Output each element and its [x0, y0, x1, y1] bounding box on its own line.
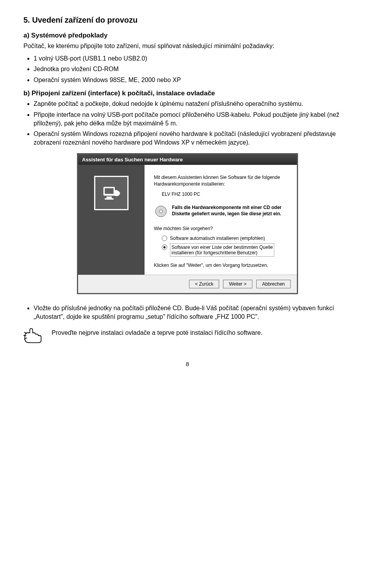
cd-icon [154, 204, 168, 218]
wizard-sidebar [78, 165, 145, 275]
list-item: Jednotka pro vložení CD-ROM [34, 65, 352, 73]
pointing-hand-icon [23, 326, 46, 345]
install-note: Proveďte nejprve instalaci ovladače a te… [52, 329, 262, 337]
list-item: Operační systém Windows rozezná připojen… [34, 130, 352, 147]
list-item: Operační systém Windows 98SE, ME, 2000 n… [34, 76, 352, 84]
sub-b-list: Zapněte počítač a počkejte, dokud nedojd… [23, 100, 352, 147]
wizard-cd-hint: Falls die Hardwarekomponente mit einer C… [172, 204, 288, 217]
wizard-intro: Mit diesem Assistenten können Sie Softwa… [154, 174, 288, 187]
list-item: 1 volný USB-port (USB1.1 nebo USB2.0) [34, 54, 352, 63]
next-button[interactable]: Weiter > [223, 280, 252, 288]
list-item: Připojte interface na volný USB-port poč… [34, 111, 352, 127]
wizard-radio-auto[interactable]: Software automatisch installieren (empfo… [162, 236, 288, 241]
sub-a-heading: a) Systémové předpoklady [23, 32, 352, 39]
wizard-titlebar: Assistent für das Suchen neuer Hardware [78, 154, 297, 165]
svg-rect-1 [105, 188, 114, 194]
wizard-opt2-line1: Software von einer Liste oder bestimmten… [171, 245, 273, 250]
wizard-device-name: ELV FHZ 1000 PC [162, 191, 288, 197]
radio-icon [162, 236, 167, 241]
sub-a-list: 1 volný USB-port (USB1.1 nebo USB2.0) Je… [23, 54, 352, 84]
svg-rect-2 [107, 197, 112, 198]
hardware-wizard-icon [94, 176, 129, 210]
wizard-opt1-label: Software automatisch installieren (empfo… [170, 236, 265, 241]
wizard-continue: Klicken Sie auf "Weiter", um den Vorgang… [154, 262, 288, 268]
wizard-opt2-line2: installieren (für fortgeschrittene Benut… [171, 250, 257, 256]
section-title: 5. Uvedení zařízení do provozu [23, 16, 352, 25]
list-item: Zapněte počítač a počkejte, dokud nedojd… [34, 100, 352, 108]
svg-point-5 [159, 210, 162, 213]
wizard-question: Wie möchten Sie vorgehen? [154, 225, 288, 232]
sub-b-list-2: Vložte do příslušné jednotky na počítači… [23, 304, 352, 321]
svg-rect-3 [105, 198, 114, 200]
page-number: 8 [23, 361, 352, 367]
sub-a-intro: Počítač, ke kterému připojíte toto zaříz… [23, 42, 352, 50]
sub-b-heading: b) Připojení zařízení (interface) k počí… [23, 89, 352, 97]
radio-icon [162, 245, 167, 250]
cancel-button[interactable]: Abbrechen [256, 280, 291, 288]
wizard-radio-list[interactable]: Software von einer Liste oder bestimmten… [162, 243, 288, 257]
list-item: Vložte do příslušné jednotky na počítači… [34, 304, 352, 321]
wizard-dialog: Assistent für das Suchen neuer Hardware … [77, 154, 298, 294]
back-button[interactable]: < Zurück [189, 280, 219, 288]
